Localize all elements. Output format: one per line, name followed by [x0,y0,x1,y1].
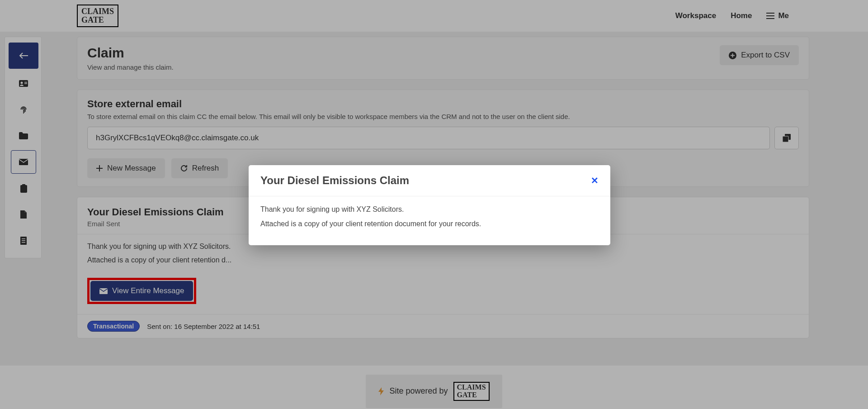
message-modal: Your Diesel Emissions Claim ✕ Thank you … [249,165,610,245]
modal-close-button[interactable]: ✕ [591,175,599,186]
modal-body-line-1: Thank you for signing up with XYZ Solici… [260,205,599,214]
modal-title: Your Diesel Emissions Claim [260,174,409,187]
close-icon: ✕ [591,176,599,185]
modal-body-line-2: Attached is a copy of your client retent… [260,220,599,228]
